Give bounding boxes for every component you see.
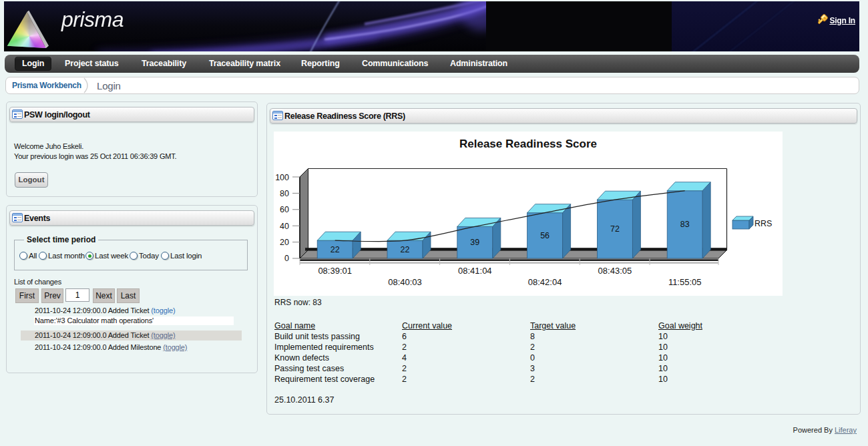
- svg-text:08:42:04: 08:42:04: [528, 277, 562, 287]
- svg-text:39: 39: [470, 238, 479, 247]
- svg-text:83: 83: [680, 220, 690, 229]
- svg-text:22: 22: [401, 245, 410, 254]
- svg-text:20: 20: [280, 238, 289, 247]
- svg-text:08:41:04: 08:41:04: [458, 266, 492, 276]
- svg-text:11:55:05: 11:55:05: [668, 277, 702, 287]
- svg-text:Release Readiness Score: Release Readiness Score: [459, 138, 597, 150]
- svg-text:72: 72: [610, 224, 620, 234]
- svg-text:60: 60: [280, 205, 289, 214]
- svg-text:100: 100: [275, 173, 289, 182]
- svg-text:0: 0: [284, 254, 289, 263]
- svg-text:22: 22: [331, 245, 340, 254]
- svg-text:80: 80: [280, 189, 289, 198]
- svg-text:RRS: RRS: [754, 219, 772, 228]
- svg-text:08:40:03: 08:40:03: [388, 277, 422, 287]
- svg-text:40: 40: [280, 222, 289, 231]
- svg-text:08:43:05: 08:43:05: [598, 266, 632, 276]
- svg-text:08:39:01: 08:39:01: [318, 266, 352, 276]
- svg-text:56: 56: [540, 231, 550, 240]
